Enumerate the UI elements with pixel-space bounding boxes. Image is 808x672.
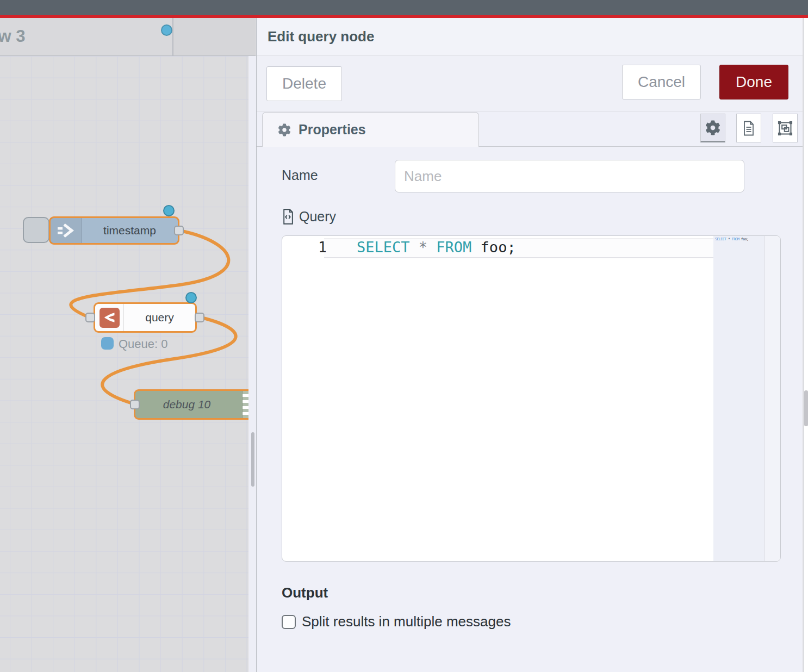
line-number: 1	[282, 239, 342, 256]
description-view-button[interactable]	[736, 114, 761, 142]
node-timestamp[interactable]: timestamp	[49, 216, 179, 245]
split-results-label: Split results in multiple messages	[302, 613, 511, 630]
query-field-row: Query	[282, 209, 336, 225]
query-input-port[interactable]	[85, 313, 95, 322]
split-results-row: Split results in multiple messages	[282, 613, 511, 630]
editor-tabs-row: Properties	[257, 111, 803, 147]
debug-toggle-button[interactable]	[243, 391, 248, 418]
sql-operator: *	[410, 239, 437, 256]
sql-code-editor[interactable]: 1 SELECT * FROM foo; SELECT * FROM foo;	[282, 235, 781, 562]
object-group-icon	[778, 121, 793, 136]
node-query[interactable]: query	[94, 302, 197, 333]
name-field-label: Name	[282, 167, 318, 183]
query-changed-indicator	[185, 292, 197, 303]
query-output-port[interactable]	[195, 313, 204, 322]
edit-node-panel: Edit query node Delete Cancel Done Prope…	[256, 18, 803, 672]
workspace-tab-flow3[interactable]: Flow 3	[0, 18, 173, 55]
tab-properties[interactable]: Properties	[262, 112, 479, 147]
sql-keyword: FROM	[436, 239, 471, 256]
app-header-bar	[0, 0, 808, 15]
node-label: debug 10	[135, 391, 248, 418]
query-status-text: Queue: 0	[119, 337, 168, 351]
file-code-icon	[282, 209, 295, 225]
document-icon	[741, 121, 756, 136]
debug-input-port[interactable]	[130, 400, 140, 409]
panel-button-row: Delete Cancel Done	[257, 55, 803, 111]
inject-changed-indicator	[163, 205, 175, 216]
properties-view-button[interactable]	[700, 114, 725, 142]
canvas-vertical-scrollbar[interactable]	[248, 56, 257, 672]
scrollbar-thumb[interactable]	[251, 432, 254, 487]
flow-canvas[interactable]: timestamp query Queue: 0 debug 10	[0, 18, 248, 672]
cancel-button[interactable]: Cancel	[622, 65, 701, 99]
done-button[interactable]: Done	[719, 65, 788, 99]
minimap-code: SELECT * FROM foo;	[715, 237, 748, 241]
unsaved-changes-dot	[161, 24, 172, 36]
inject-trigger-button[interactable]	[23, 217, 49, 243]
inject-output-port[interactable]	[174, 226, 184, 235]
node-label: timestamp	[82, 218, 178, 243]
query-field-label: Query	[299, 209, 336, 225]
panel-header: Edit query node	[257, 18, 803, 55]
scrollbar-thumb[interactable]	[804, 390, 808, 426]
panel-title: Edit query node	[268, 28, 374, 45]
tab-properties-label: Properties	[299, 122, 366, 138]
gear-icon	[705, 120, 720, 135]
gear-icon	[278, 123, 291, 136]
editor-minimap[interactable]: SELECT * FROM foo;	[713, 236, 765, 562]
split-results-checkbox[interactable]	[282, 615, 296, 629]
output-section-heading: Output	[282, 584, 328, 601]
editor-scrollbar-track[interactable]	[765, 236, 781, 562]
node-properties-form: Name Query 1 SELECT * FROM foo; SELECT *…	[257, 147, 803, 672]
sql-identifier: foo;	[471, 239, 515, 256]
workspace-tab-label: Flow 3	[0, 27, 25, 46]
workspace-tabbar: Flow 3	[0, 18, 256, 56]
node-debug[interactable]: debug 10	[134, 389, 248, 420]
inject-icon	[51, 218, 82, 243]
name-input[interactable]	[395, 160, 744, 192]
sql-keyword: SELECT	[357, 239, 410, 256]
appearance-view-button[interactable]	[773, 114, 798, 142]
code-line: SELECT * FROM foo;	[357, 239, 516, 256]
node-label: query	[124, 304, 195, 331]
mysql-icon	[95, 304, 124, 331]
node-red-app: timestamp query Queue: 0 debug 10	[0, 0, 808, 672]
delete-button[interactable]: Delete	[266, 66, 342, 101]
panel-vertical-scrollbar[interactable]	[803, 18, 808, 672]
query-status-dot	[101, 337, 114, 350]
